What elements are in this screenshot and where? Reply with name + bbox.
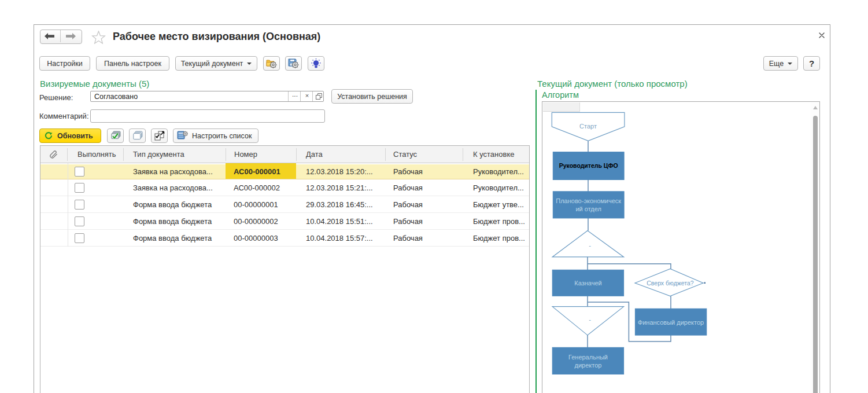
svg-text:Финансовый директор: Финансовый директор [638,319,704,326]
svg-text:-: - [589,316,591,323]
svg-text:Руководитель ЦФО: Руководитель ЦФО [559,162,618,169]
svg-text:Планово-экономическ: Планово-экономическ [556,197,621,204]
svg-text:Старт: Старт [579,123,597,130]
svg-text:-: - [589,242,591,249]
svg-text:Сверх бюджета?: Сверх бюджета? [647,280,694,287]
svg-text:ий отдел: ий отдел [575,205,601,212]
svg-text:Генеральный: Генеральный [568,354,608,361]
svg-text:директор: директор [575,362,602,369]
svg-text:Казначей: Казначей [574,280,601,287]
